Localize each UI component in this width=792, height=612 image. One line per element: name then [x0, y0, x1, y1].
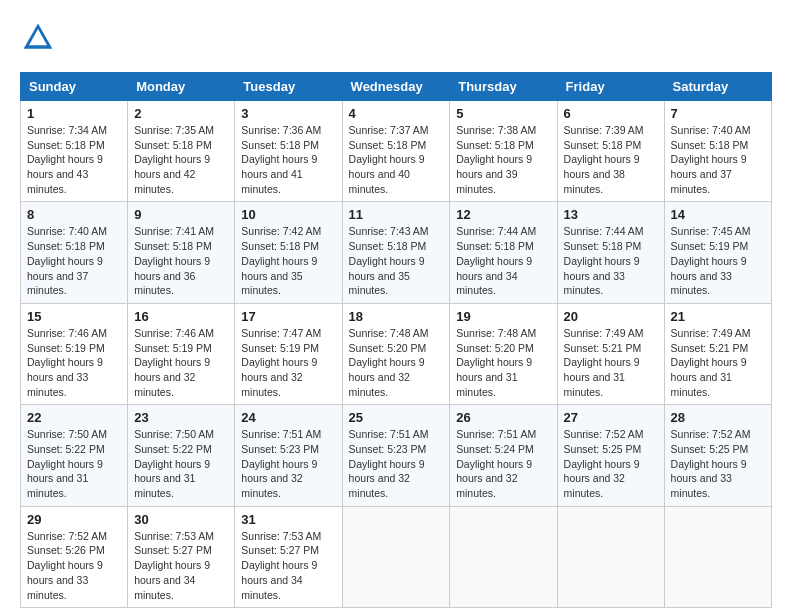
day-info: Sunrise: 7:50 AM Sunset: 5:22 PM Dayligh… — [27, 427, 121, 500]
day-info: Sunrise: 7:47 AM Sunset: 5:19 PM Dayligh… — [241, 326, 335, 399]
calendar-cell: 16 Sunrise: 7:46 AM Sunset: 5:19 PM Dayl… — [128, 303, 235, 404]
day-number: 28 — [671, 410, 765, 425]
logo — [20, 20, 62, 56]
day-info: Sunrise: 7:42 AM Sunset: 5:18 PM Dayligh… — [241, 224, 335, 297]
day-number: 9 — [134, 207, 228, 222]
calendar-cell: 26 Sunrise: 7:51 AM Sunset: 5:24 PM Dayl… — [450, 405, 557, 506]
day-number: 6 — [564, 106, 658, 121]
day-info: Sunrise: 7:51 AM Sunset: 5:23 PM Dayligh… — [349, 427, 444, 500]
calendar-cell: 25 Sunrise: 7:51 AM Sunset: 5:23 PM Dayl… — [342, 405, 450, 506]
day-number: 17 — [241, 309, 335, 324]
day-info: Sunrise: 7:39 AM Sunset: 5:18 PM Dayligh… — [564, 123, 658, 196]
day-info: Sunrise: 7:46 AM Sunset: 5:19 PM Dayligh… — [27, 326, 121, 399]
day-info: Sunrise: 7:37 AM Sunset: 5:18 PM Dayligh… — [349, 123, 444, 196]
day-number: 30 — [134, 512, 228, 527]
day-info: Sunrise: 7:53 AM Sunset: 5:27 PM Dayligh… — [134, 529, 228, 602]
calendar-cell: 29 Sunrise: 7:52 AM Sunset: 5:26 PM Dayl… — [21, 506, 128, 607]
calendar-cell: 7 Sunrise: 7:40 AM Sunset: 5:18 PM Dayli… — [664, 101, 771, 202]
day-number: 21 — [671, 309, 765, 324]
day-number: 20 — [564, 309, 658, 324]
day-number: 10 — [241, 207, 335, 222]
day-info: Sunrise: 7:48 AM Sunset: 5:20 PM Dayligh… — [456, 326, 550, 399]
calendar-cell: 18 Sunrise: 7:48 AM Sunset: 5:20 PM Dayl… — [342, 303, 450, 404]
calendar-cell — [342, 506, 450, 607]
day-info: Sunrise: 7:52 AM Sunset: 5:25 PM Dayligh… — [564, 427, 658, 500]
day-info: Sunrise: 7:52 AM Sunset: 5:26 PM Dayligh… — [27, 529, 121, 602]
day-info: Sunrise: 7:40 AM Sunset: 5:18 PM Dayligh… — [27, 224, 121, 297]
weekday-header-tuesday: Tuesday — [235, 73, 342, 101]
day-number: 18 — [349, 309, 444, 324]
day-info: Sunrise: 7:53 AM Sunset: 5:27 PM Dayligh… — [241, 529, 335, 602]
day-info: Sunrise: 7:41 AM Sunset: 5:18 PM Dayligh… — [134, 224, 228, 297]
day-info: Sunrise: 7:48 AM Sunset: 5:20 PM Dayligh… — [349, 326, 444, 399]
calendar-cell: 5 Sunrise: 7:38 AM Sunset: 5:18 PM Dayli… — [450, 101, 557, 202]
weekday-header-wednesday: Wednesday — [342, 73, 450, 101]
day-number: 24 — [241, 410, 335, 425]
calendar-cell: 22 Sunrise: 7:50 AM Sunset: 5:22 PM Dayl… — [21, 405, 128, 506]
calendar-cell: 24 Sunrise: 7:51 AM Sunset: 5:23 PM Dayl… — [235, 405, 342, 506]
day-number: 25 — [349, 410, 444, 425]
calendar-cell — [450, 506, 557, 607]
calendar-cell: 3 Sunrise: 7:36 AM Sunset: 5:18 PM Dayli… — [235, 101, 342, 202]
calendar-cell: 12 Sunrise: 7:44 AM Sunset: 5:18 PM Dayl… — [450, 202, 557, 303]
calendar-cell: 28 Sunrise: 7:52 AM Sunset: 5:25 PM Dayl… — [664, 405, 771, 506]
calendar-cell: 8 Sunrise: 7:40 AM Sunset: 5:18 PM Dayli… — [21, 202, 128, 303]
day-number: 13 — [564, 207, 658, 222]
day-number: 15 — [27, 309, 121, 324]
calendar-cell: 31 Sunrise: 7:53 AM Sunset: 5:27 PM Dayl… — [235, 506, 342, 607]
day-info: Sunrise: 7:51 AM Sunset: 5:24 PM Dayligh… — [456, 427, 550, 500]
day-number: 26 — [456, 410, 550, 425]
calendar-cell: 10 Sunrise: 7:42 AM Sunset: 5:18 PM Dayl… — [235, 202, 342, 303]
calendar-cell: 21 Sunrise: 7:49 AM Sunset: 5:21 PM Dayl… — [664, 303, 771, 404]
day-number: 4 — [349, 106, 444, 121]
day-info: Sunrise: 7:34 AM Sunset: 5:18 PM Dayligh… — [27, 123, 121, 196]
day-number: 27 — [564, 410, 658, 425]
week-row-5: 29 Sunrise: 7:52 AM Sunset: 5:26 PM Dayl… — [21, 506, 772, 607]
day-number: 12 — [456, 207, 550, 222]
calendar-cell: 17 Sunrise: 7:47 AM Sunset: 5:19 PM Dayl… — [235, 303, 342, 404]
day-info: Sunrise: 7:40 AM Sunset: 5:18 PM Dayligh… — [671, 123, 765, 196]
calendar-cell: 1 Sunrise: 7:34 AM Sunset: 5:18 PM Dayli… — [21, 101, 128, 202]
day-info: Sunrise: 7:44 AM Sunset: 5:18 PM Dayligh… — [564, 224, 658, 297]
calendar-cell: 9 Sunrise: 7:41 AM Sunset: 5:18 PM Dayli… — [128, 202, 235, 303]
day-number: 14 — [671, 207, 765, 222]
week-row-4: 22 Sunrise: 7:50 AM Sunset: 5:22 PM Dayl… — [21, 405, 772, 506]
day-number: 11 — [349, 207, 444, 222]
day-number: 23 — [134, 410, 228, 425]
weekday-header-friday: Friday — [557, 73, 664, 101]
day-number: 8 — [27, 207, 121, 222]
calendar-cell: 11 Sunrise: 7:43 AM Sunset: 5:18 PM Dayl… — [342, 202, 450, 303]
calendar-cell: 19 Sunrise: 7:48 AM Sunset: 5:20 PM Dayl… — [450, 303, 557, 404]
day-info: Sunrise: 7:38 AM Sunset: 5:18 PM Dayligh… — [456, 123, 550, 196]
day-number: 5 — [456, 106, 550, 121]
calendar-cell: 27 Sunrise: 7:52 AM Sunset: 5:25 PM Dayl… — [557, 405, 664, 506]
weekday-header-thursday: Thursday — [450, 73, 557, 101]
weekday-header-saturday: Saturday — [664, 73, 771, 101]
day-info: Sunrise: 7:46 AM Sunset: 5:19 PM Dayligh… — [134, 326, 228, 399]
weekday-header-row: SundayMondayTuesdayWednesdayThursdayFrid… — [21, 73, 772, 101]
calendar-cell: 30 Sunrise: 7:53 AM Sunset: 5:27 PM Dayl… — [128, 506, 235, 607]
calendar-cell: 23 Sunrise: 7:50 AM Sunset: 5:22 PM Dayl… — [128, 405, 235, 506]
calendar-cell: 4 Sunrise: 7:37 AM Sunset: 5:18 PM Dayli… — [342, 101, 450, 202]
calendar-body: 1 Sunrise: 7:34 AM Sunset: 5:18 PM Dayli… — [21, 101, 772, 608]
calendar-cell: 2 Sunrise: 7:35 AM Sunset: 5:18 PM Dayli… — [128, 101, 235, 202]
page-header — [20, 20, 772, 56]
day-number: 2 — [134, 106, 228, 121]
week-row-3: 15 Sunrise: 7:46 AM Sunset: 5:19 PM Dayl… — [21, 303, 772, 404]
day-info: Sunrise: 7:52 AM Sunset: 5:25 PM Dayligh… — [671, 427, 765, 500]
day-info: Sunrise: 7:43 AM Sunset: 5:18 PM Dayligh… — [349, 224, 444, 297]
day-info: Sunrise: 7:45 AM Sunset: 5:19 PM Dayligh… — [671, 224, 765, 297]
calendar-cell: 14 Sunrise: 7:45 AM Sunset: 5:19 PM Dayl… — [664, 202, 771, 303]
day-number: 7 — [671, 106, 765, 121]
week-row-2: 8 Sunrise: 7:40 AM Sunset: 5:18 PM Dayli… — [21, 202, 772, 303]
day-number: 16 — [134, 309, 228, 324]
day-info: Sunrise: 7:49 AM Sunset: 5:21 PM Dayligh… — [671, 326, 765, 399]
day-number: 19 — [456, 309, 550, 324]
logo-icon — [20, 20, 56, 56]
calendar-cell: 15 Sunrise: 7:46 AM Sunset: 5:19 PM Dayl… — [21, 303, 128, 404]
day-info: Sunrise: 7:35 AM Sunset: 5:18 PM Dayligh… — [134, 123, 228, 196]
day-info: Sunrise: 7:44 AM Sunset: 5:18 PM Dayligh… — [456, 224, 550, 297]
day-info: Sunrise: 7:36 AM Sunset: 5:18 PM Dayligh… — [241, 123, 335, 196]
day-number: 31 — [241, 512, 335, 527]
calendar-cell: 6 Sunrise: 7:39 AM Sunset: 5:18 PM Dayli… — [557, 101, 664, 202]
